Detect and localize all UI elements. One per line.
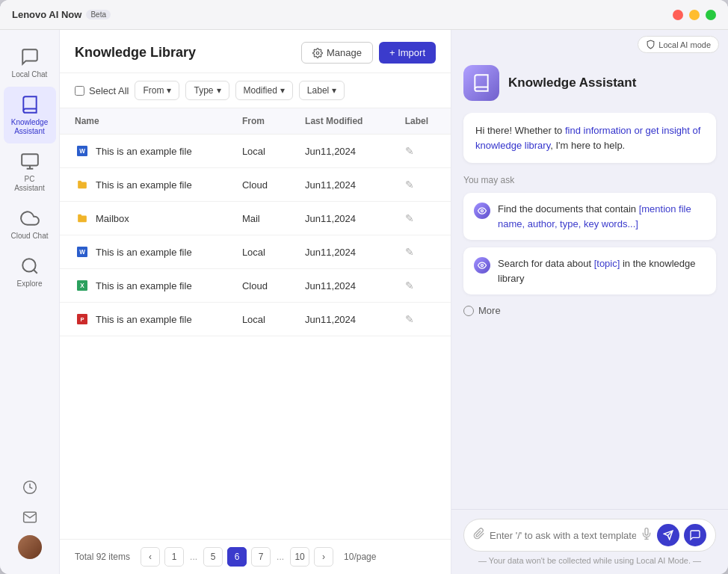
send-button[interactable] [657,524,679,546]
file-icon-1 [75,177,90,192]
close-button[interactable] [673,10,683,20]
sidebar-item-local-chat[interactable]: Local Chat [4,39,56,87]
maximize-button[interactable] [706,10,716,20]
page-5-button[interactable]: 5 [203,547,223,567]
chat-input[interactable] [490,530,636,541]
table-header: Name From Last Modified Label [60,108,451,135]
type-filter-button[interactable]: Type ▾ [185,81,229,100]
suggestion-link-1: [mention file name, author, type, key wo… [498,203,691,229]
col-from: From [227,108,290,135]
header-actions: Manage + Import [301,42,436,64]
select-all-text: Select All [89,85,129,96]
cell-modified-4: Jun11,2024 [290,269,390,303]
cell-name-3: W This is an example file [60,235,227,269]
local-ai-badge[interactable]: Local AI mode [638,36,719,53]
ellipsis-right: ... [275,552,286,562]
cell-modified-5: Jun11,2024 [290,303,390,336]
greeting-link1[interactable]: find information or get insight of knowl… [475,125,700,151]
right-panel: Local AI mode Knowledge Assistant Hi the… [451,30,728,574]
suggestion-card-1[interactable]: Find the documents that contain [mention… [463,193,716,240]
import-button[interactable]: + Import [379,42,436,64]
select-all-checkbox[interactable] [75,86,84,96]
pagination-total: Total 92 items [75,552,130,562]
cell-edit-0: ✎ [390,135,451,168]
you-may-ask-label: You may ask [463,175,716,185]
main-header: Knowledge Library Manage + Import [60,30,451,73]
titlebar: Lenovo AI Now Beta [0,0,728,30]
assistant-header: Knowledge Assistant [451,59,728,113]
edit-icon-2[interactable]: ✎ [405,212,414,224]
file-icon-0: W [75,144,90,158]
col-modified: Last Modified [290,108,390,135]
prev-page-button[interactable]: ‹ [141,547,160,567]
right-panel-top: Local AI mode [451,30,728,59]
more-label: More [478,305,501,316]
eye-icon-2 [478,261,487,270]
svg-point-3 [316,52,319,55]
table-row: This is an example file Cloud Jun11,2024… [60,168,451,202]
modified-filter-label: Modified [244,85,277,96]
page-6-button[interactable]: 6 [227,547,247,567]
cell-edit-3: ✎ [390,235,451,269]
cell-edit-4: ✎ [390,269,451,303]
window-controls [673,10,716,20]
local-chat-icon [19,46,40,67]
suggestion-card-2[interactable]: Search for data about [topic] in the kno… [463,247,716,294]
cell-from-4: Cloud [227,269,290,303]
manage-icon [312,48,323,58]
microphone-icon[interactable] [641,528,653,543]
files-table: Name From Last Modified Label W This is … [60,108,451,336]
more-row[interactable]: More [463,302,716,319]
page-1-button[interactable]: 1 [164,547,184,567]
svg-text:W: W [79,249,85,256]
knowledge-assistant-icon [19,94,40,115]
page-10-button[interactable]: 10 [290,547,309,567]
cell-edit-2: ✎ [390,202,451,235]
assistant-avatar [463,65,499,101]
cell-from-0: Local [227,135,290,168]
chat-input-box [463,519,716,552]
table-row: Mailbox Mail Jun11,2024 ✎ [60,202,451,235]
cell-name-4: X This is an example file [60,269,227,303]
type-chevron-icon: ▾ [217,85,221,96]
edit-icon-5[interactable]: ✎ [405,313,414,325]
sidebar-item-cloud-chat[interactable]: Cloud Chat [4,200,56,248]
chat-bubble-icon [689,529,701,541]
local-ai-label: Local AI mode [658,40,711,49]
minimize-button[interactable] [689,10,700,20]
mail-icon-button[interactable] [18,505,42,529]
cell-modified-1: Jun11,2024 [290,168,390,202]
chat-toggle-button[interactable] [684,524,706,546]
manage-button[interactable]: Manage [301,42,373,64]
edit-icon-1[interactable]: ✎ [405,179,414,191]
sidebar-item-pc-assistant[interactable]: PC Assistant [4,144,56,200]
sidebar-item-explore[interactable]: Explore [4,248,56,296]
cell-from-1: Cloud [227,168,290,202]
edit-icon-3[interactable]: ✎ [405,246,414,258]
manage-label: Manage [327,47,362,58]
edit-icon-4[interactable]: ✎ [405,280,414,291]
from-filter-button[interactable]: From ▾ [135,81,179,100]
edit-icon-0[interactable]: ✎ [405,145,414,157]
modified-filter-button[interactable]: Modified ▾ [235,81,293,100]
type-filter-label: Type [194,85,213,96]
svg-text:X: X [80,283,84,289]
page-7-button[interactable]: 7 [251,547,271,567]
pagination: Total 92 items ‹ 1 ... 5 6 7 ... 10 › 10… [60,539,451,574]
select-all-label[interactable]: Select All [75,85,129,96]
sidebar-label-pc-assistant: PC Assistant [10,175,50,193]
greeting-bubble: Hi there! Whether to find information or… [463,113,716,163]
user-avatar[interactable] [18,535,42,559]
label-filter-button[interactable]: Label ▾ [299,81,345,100]
shield-icon [646,40,655,49]
assistant-avatar-icon [472,73,491,93]
sidebar-item-knowledge-assistant[interactable]: Knowledge Assistant [4,87,56,144]
beta-badge: Beta [86,10,111,19]
next-page-button[interactable]: › [314,547,333,567]
send-icon [663,530,673,540]
attachment-icon[interactable] [473,528,485,543]
cell-from-5: Local [227,303,290,336]
history-icon-button[interactable] [18,475,42,499]
from-filter-label: From [143,85,164,96]
svg-rect-0 [22,154,38,165]
